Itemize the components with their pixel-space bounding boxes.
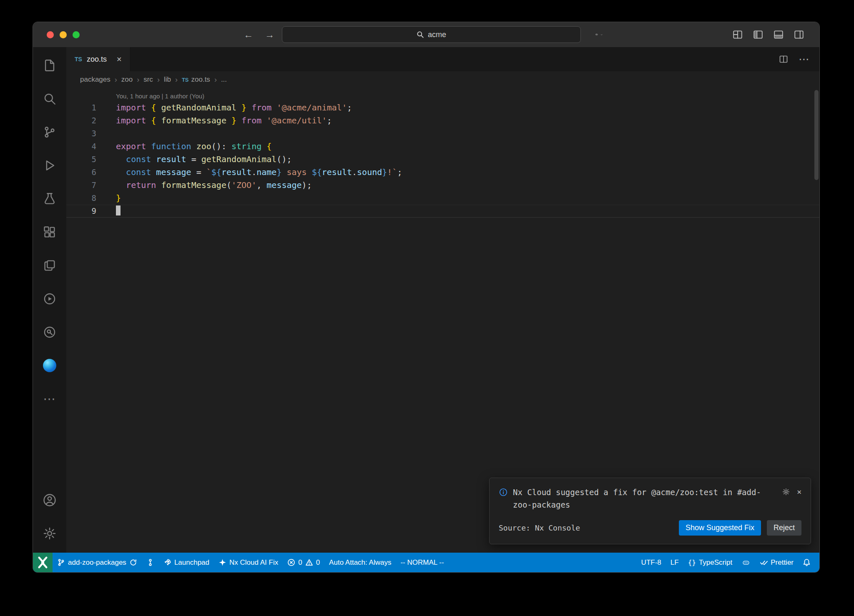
line-number: 1: [66, 101, 96, 114]
source-control-graph-item[interactable]: [142, 553, 159, 572]
notification-settings-gear-icon[interactable]: [782, 488, 790, 496]
explorer-icon[interactable]: [33, 49, 66, 82]
line-number: 9: [66, 205, 96, 218]
forward-icon[interactable]: →: [265, 29, 274, 40]
launchpad-label: Launchpad: [174, 558, 209, 567]
customize-layout-icon[interactable]: [732, 29, 743, 40]
warning-icon: [305, 558, 313, 566]
toggle-secondary-sidebar-icon[interactable]: [794, 29, 804, 40]
title-bar: ← → acme: [33, 22, 819, 47]
warning-count: 0: [316, 558, 320, 567]
remote-explorer-icon[interactable]: [33, 249, 66, 282]
editor-scrollbar[interactable]: [814, 90, 819, 180]
auto-attach-item[interactable]: Auto Attach: Always: [324, 553, 396, 572]
show-suggested-fix-button[interactable]: Show Suggested Fix: [679, 520, 761, 536]
status-bar: add-zoo-packages Launchpad Nx Cloud AI F…: [33, 553, 819, 572]
eol-label: LF: [671, 558, 679, 567]
copilot-menu[interactable]: [595, 22, 603, 47]
code-lines: 1import { getRandomAnimal } from '@acme/…: [66, 101, 819, 218]
search-icon: [417, 31, 424, 38]
testing-icon[interactable]: [33, 182, 66, 215]
back-icon[interactable]: ←: [244, 29, 253, 40]
traffic-lights: [47, 31, 80, 38]
extensions-icon[interactable]: [33, 215, 66, 249]
vim-mode-item[interactable]: -- NORMAL --: [396, 553, 448, 572]
formatter-label: Prettier: [771, 558, 794, 567]
activity-bar: ⋯: [33, 47, 66, 553]
breadcrumb-item[interactable]: zoo: [121, 75, 133, 84]
breadcrumb-item[interactable]: lib: [164, 75, 171, 84]
nx-cloud-fix-item[interactable]: Nx Cloud AI Fix: [214, 553, 283, 572]
code-line[interactable]: 3: [66, 127, 819, 140]
toggle-sidebar-icon[interactable]: [753, 29, 764, 40]
minimize-window-button[interactable]: [60, 31, 67, 38]
chevron-right-icon: ›: [214, 75, 217, 84]
text-cursor: [116, 205, 121, 215]
sync-icon: [129, 558, 137, 566]
notification-close-icon[interactable]: ✕: [797, 487, 801, 496]
auto-attach-label: Auto Attach: Always: [329, 558, 391, 567]
language-mode-item[interactable]: {} TypeScript: [683, 553, 737, 572]
toggle-panel-icon[interactable]: [773, 29, 784, 40]
eol-item[interactable]: LF: [666, 553, 683, 572]
code-line[interactable]: 6 const message = `${result.name} says $…: [66, 166, 819, 179]
line-number: 3: [66, 127, 96, 140]
ai-sparkle-icon: [219, 558, 226, 566]
breadcrumb-item[interactable]: packages: [80, 75, 111, 84]
zoom-window-button[interactable]: [73, 31, 80, 38]
gitlens-blame-row[interactable]: 0 You, 1 hour ago | 1 author (You): [66, 90, 819, 101]
encoding-item[interactable]: UTF-8: [637, 553, 666, 572]
remote-icon: [33, 553, 53, 572]
search-value: acme: [428, 30, 446, 39]
formatter-item[interactable]: Prettier: [755, 553, 798, 572]
edge-browser-icon[interactable]: [33, 349, 66, 382]
accounts-icon[interactable]: [33, 483, 66, 517]
copilot-icon: [595, 33, 598, 36]
bell-icon: [803, 558, 811, 566]
vim-mode-label: -- NORMAL --: [400, 558, 444, 567]
code-line[interactable]: 5 const result = getRandomAnimal();: [66, 153, 819, 166]
reject-button[interactable]: Reject: [767, 520, 801, 536]
check-all-icon: [760, 558, 768, 566]
copilot-status-item[interactable]: [737, 553, 755, 572]
run-and-debug-icon[interactable]: [33, 149, 66, 182]
breadcrumb-item[interactable]: ...: [221, 75, 227, 84]
nx-console-icon[interactable]: [33, 282, 66, 316]
notification-source: Source: Nx Console: [499, 523, 580, 532]
code-line[interactable]: 8}: [66, 192, 819, 205]
code-editor[interactable]: 0 You, 1 hour ago | 1 author (You) 1impo…: [66, 88, 819, 553]
code-line[interactable]: 4export function zoo(): string {: [66, 140, 819, 153]
breadcrumb-item[interactable]: TSzoo.ts: [182, 75, 210, 84]
git-branch-item[interactable]: add-zoo-packages: [53, 553, 142, 572]
tab-zoo-ts[interactable]: TS zoo.ts ✕: [66, 47, 131, 71]
nx-cloud-icon[interactable]: [33, 316, 66, 349]
close-tab-icon[interactable]: ✕: [116, 55, 122, 63]
breadcrumb-item[interactable]: src: [143, 75, 153, 84]
settings-gear-icon[interactable]: [33, 517, 66, 550]
editor-more-actions-icon[interactable]: ⋯: [799, 57, 809, 61]
line-number: 2: [66, 114, 96, 127]
code-line[interactable]: 1import { getRandomAnimal } from '@acme/…: [66, 101, 819, 114]
line-number: 7: [66, 179, 96, 192]
chevron-right-icon: ›: [115, 75, 117, 84]
line-number: 8: [66, 192, 96, 205]
search-icon[interactable]: [33, 82, 66, 115]
line-number: 5: [66, 153, 96, 166]
more-views-icon[interactable]: ⋯: [33, 382, 66, 416]
code-line[interactable]: 2import { formatMessage } from '@acme/ut…: [66, 114, 819, 127]
split-editor-icon[interactable]: [779, 54, 789, 64]
notifications-bell-item[interactable]: [798, 553, 815, 572]
command-center-search[interactable]: acme: [282, 26, 581, 43]
code-line[interactable]: 9: [66, 205, 819, 218]
encoding-label: UTF-8: [641, 558, 661, 567]
close-window-button[interactable]: [47, 31, 54, 38]
remote-indicator[interactable]: [33, 553, 53, 572]
info-icon: [499, 488, 508, 497]
code-line[interactable]: 7 return formatMessage('ZOO', message);: [66, 179, 819, 192]
chevron-right-icon: ›: [175, 75, 178, 84]
source-control-icon[interactable]: [33, 115, 66, 149]
launchpad-item[interactable]: Launchpad: [159, 553, 214, 572]
error-icon: [287, 558, 295, 566]
problems-item[interactable]: 0 0: [283, 553, 324, 572]
gitlens-blame-text[interactable]: You, 1 hour ago | 1 author (You): [116, 93, 204, 100]
